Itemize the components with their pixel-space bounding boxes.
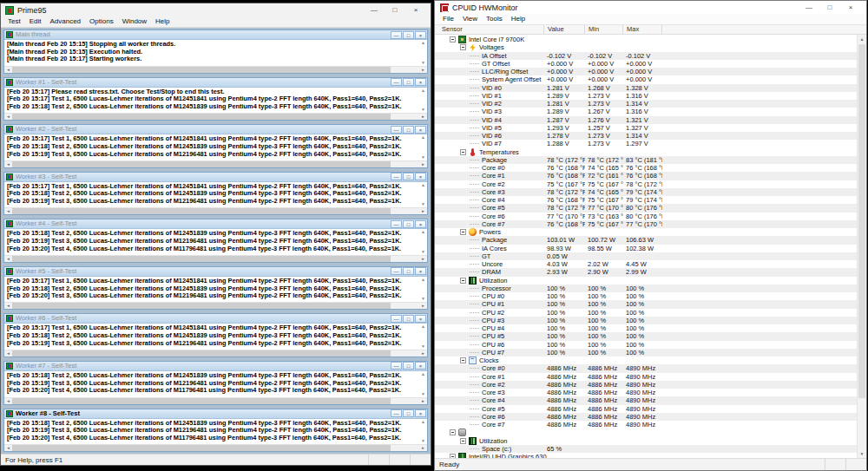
close-button[interactable]: × [415,31,426,39]
close-button[interactable]: × [405,4,426,16]
scroll-left-icon[interactable]: ◄ [4,350,12,357]
scroll-right-icon[interactable]: ► [419,303,427,309]
scroll-left-icon[interactable]: ◄ [4,256,12,262]
horizontal-scrollbar[interactable]: ◄► [4,302,427,309]
collapse-icon[interactable] [450,429,456,435]
section-row[interactable]: Temperatures [435,148,857,156]
menu-item-file[interactable]: File [438,14,458,24]
restore-button[interactable]: □ [403,173,414,180]
sensor-row[interactable]: Uncore4.03 W2.02 W4.45 W [435,260,857,268]
sensor-row[interactable]: CPU #5100 %100 %100 % [435,332,857,340]
sensor-row[interactable]: CPU #0100 %100 %100 % [435,292,857,300]
scrollbar-thumb[interactable] [12,445,391,451]
sensor-row[interactable]: DRAM2.93 W2.90 W2.99 W [435,268,857,276]
restore-button[interactable]: □ [403,267,414,275]
scroll-up-icon[interactable]: ▲ [421,88,425,93]
close-button[interactable]: × [415,173,426,180]
close-button[interactable]: × [415,362,426,370]
minimize-button[interactable]: — [391,315,402,323]
scrollbar-track[interactable] [12,114,419,120]
section-row[interactable]: Utilization [435,437,857,445]
scroll-right-icon[interactable]: ► [419,208,427,214]
scroll-down-icon[interactable]: ▼ [421,61,425,65]
scroll-up-icon[interactable]: ▲ [421,278,425,282]
sensor-row[interactable]: VID #01.281 V1.268 V1.328 V [435,84,857,92]
sensor-row[interactable]: CPU #4100 %100 %100 % [435,324,857,332]
scroll-left-icon[interactable]: ◄ [4,114,12,120]
menu-item-help[interactable]: Help [151,16,174,27]
horizontal-scrollbar[interactable]: ◄► [4,397,427,404]
collapse-icon[interactable] [460,44,466,50]
minimize-button[interactable]: — [391,267,402,275]
sensor-row[interactable]: VID #41.287 V1.276 V1.321 V [435,116,857,124]
sensor-row[interactable]: Core #74886 MHz4886 MHz4890 MHz [435,421,857,428]
restore-button[interactable]: □ [403,362,414,370]
column-header-value[interactable]: Value [544,25,585,34]
child-window-titlebar[interactable]: Worker #8 - Self-Test—□× [4,409,427,419]
device-row[interactable] [435,428,857,436]
device-row[interactable]: Intel(R) UHD Graphics 630 [435,453,857,458]
scrollbar-track[interactable] [12,398,419,404]
minimize-button[interactable]: — [391,78,402,86]
scrollbar-thumb[interactable] [12,350,391,357]
scroll-down-icon[interactable]: ▼ [421,202,425,206]
scroll-right-icon[interactable]: ► [419,114,427,120]
section-row[interactable]: Powers [435,228,857,236]
scrollbar-track[interactable] [12,208,419,214]
minimize-button[interactable]: — [391,173,402,180]
scroll-up-icon[interactable]: ▲ [421,183,425,187]
sensor-row[interactable]: CPU #1100 %100 %100 % [435,300,857,308]
restore-button[interactable]: □ [403,220,414,228]
maximize-button[interactable]: □ [385,4,405,16]
scroll-up-icon[interactable]: ▲ [421,324,425,329]
scroll-down-icon[interactable]: ▼ [858,451,866,456]
scroll-down-icon[interactable]: ▼ [421,297,425,301]
scrollbar-thumb[interactable] [12,256,391,262]
restore-button[interactable]: □ [403,31,414,39]
vertical-scrollbar[interactable]: ▲ ▼ [857,35,866,458]
sensor-row[interactable]: VID #21.281 V1.273 V1.314 V [435,100,857,108]
scroll-up-icon[interactable]: ▲ [421,372,425,376]
scrollbar-thumb[interactable] [12,303,391,309]
sensor-row[interactable]: GT0.05 W [435,252,857,260]
column-header-sensor[interactable]: Sensor [435,25,544,34]
scroll-right-icon[interactable]: ► [419,350,427,357]
horizontal-scrollbar[interactable]: ◄► [4,207,427,214]
horizontal-scrollbar[interactable]: ◄► [4,66,427,73]
menu-item-test[interactable]: Test [3,16,25,27]
horizontal-scrollbar[interactable]: ◄► [4,444,427,451]
sensor-row[interactable]: Package103.01 W100.72 W106.63 W [435,236,857,244]
collapse-icon[interactable] [450,36,456,43]
sensor-row[interactable]: Core #24886 MHz4886 MHz4890 MHz [435,381,857,389]
hwmonitor-titlebar[interactable]: CPUID HWMonitor — □ × [435,1,866,14]
close-button[interactable]: × [415,315,426,323]
collapse-icon[interactable] [460,229,466,235]
scroll-down-icon[interactable]: ▼ [421,155,425,160]
scrollbar-thumb[interactable] [12,161,391,167]
sensor-row[interactable]: Core #476 °C (168 °F)75 °C (167 °F)79 °C… [435,196,857,204]
sensor-row[interactable]: System Agent Offset+0.000 V+0.000 V+0.00… [435,75,857,83]
scroll-left-icon[interactable]: ◄ [4,161,12,167]
child-window-titlebar[interactable]: Worker #6 - Self-Test—□× [4,314,427,324]
scroll-up-icon[interactable]: ▲ [858,36,866,42]
minimize-button[interactable]: — [391,409,402,417]
restore-button[interactable]: □ [403,126,414,134]
scrollbar-track[interactable] [12,350,419,357]
sensor-row[interactable]: Core #54886 MHz4886 MHz4890 MHz [435,405,857,413]
sensor-row[interactable]: GT Offset+0.000 V+0.000 V+0.000 V [435,60,857,68]
maximize-button[interactable]: □ [819,2,840,14]
sensor-row[interactable]: Core #076 °C (168 °F)74 °C (165 °F)76 °C… [435,164,857,172]
scroll-up-icon[interactable]: ▲ [421,41,425,45]
scroll-right-icon[interactable]: ► [419,256,427,262]
collapse-icon[interactable] [460,278,466,284]
scroll-down-icon[interactable]: ▼ [421,108,425,112]
minimize-button[interactable]: — [364,4,385,16]
scroll-down-icon[interactable]: ▼ [421,392,425,396]
child-window-titlebar[interactable]: Worker #7 - Self-Test—□× [4,362,427,371]
minimize-button[interactable]: — [391,362,402,370]
sensor-row[interactable]: Core #378 °C (172 °F)74 °C (165 °F)79 °C… [435,188,857,196]
scrollbar-track[interactable] [12,445,419,451]
horizontal-scrollbar[interactable]: ◄► [4,113,427,120]
scrollbar-track[interactable] [12,161,419,167]
sensor-row[interactable]: Processor100 %100 %100 % [435,285,857,292]
